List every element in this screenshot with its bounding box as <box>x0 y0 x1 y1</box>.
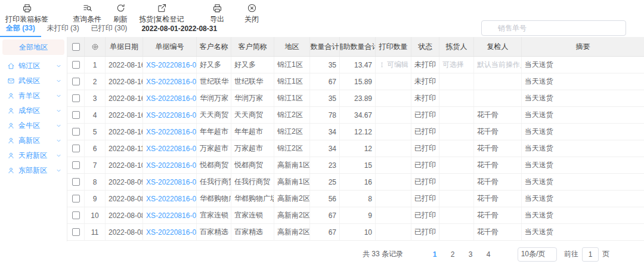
toolbar-print-box-label[interactable]: 打印装箱标签 <box>1 3 52 24</box>
cell-print-qty[interactable] <box>376 124 411 140</box>
row-checkbox[interactable] <box>72 211 80 219</box>
region-filter-dropdown[interactable]: 全部地区 <box>2 39 64 55</box>
cell-picker[interactable] <box>439 124 474 140</box>
page-number-3[interactable]: 3 <box>464 248 477 261</box>
cell-rechecker[interactable] <box>474 73 522 90</box>
cell-rechecker[interactable] <box>474 90 522 106</box>
cell-rechecker[interactable]: 花千骨 <box>474 191 522 207</box>
cell-rechecker[interactable]: 花千骨 <box>474 140 522 156</box>
region-label: 成华区 <box>18 106 55 116</box>
page-number-2[interactable]: 2 <box>446 248 459 261</box>
cell-qty: 67 <box>310 207 340 223</box>
order-no-link[interactable]: XS-20220816-000011 <box>146 178 197 186</box>
search-box[interactable] <box>481 20 626 36</box>
cell-print-qty[interactable]: 可编辑 <box>376 57 411 73</box>
cell-picker[interactable] <box>439 73 474 90</box>
row-checkbox[interactable] <box>72 145 80 152</box>
order-no-link[interactable]: XS-20220816-000008 <box>146 228 197 237</box>
cell-picker[interactable] <box>439 90 474 106</box>
cell-print-qty[interactable] <box>376 140 411 156</box>
sidebar-item-region[interactable]: 成华区 <box>0 103 67 118</box>
cell-rechecker[interactable]: 花千骨 <box>474 207 522 223</box>
cell-picker[interactable] <box>439 107 474 123</box>
toolbar-pick-recheck-register[interactable]: 拣货|复检登记 <box>134 3 190 24</box>
cell-print-qty[interactable] <box>376 191 411 207</box>
sidebar-item-region[interactable]: 东部新区 <box>0 163 67 178</box>
order-no-link[interactable]: XS-20220816-000012 <box>146 161 197 170</box>
order-no-link[interactable]: XS-20220816-000016 <box>146 94 197 103</box>
order-no-link[interactable]: XS-20220816-000009 <box>146 211 197 220</box>
cell-picker[interactable] <box>439 191 474 207</box>
sidebar-item-region[interactable]: 青羊区 <box>0 88 67 103</box>
row-checkbox[interactable] <box>72 78 80 85</box>
column-settings-cell <box>85 37 106 56</box>
cell-print-qty[interactable] <box>376 157 411 173</box>
page-number-4[interactable]: 4 <box>482 248 495 261</box>
cell-summary: 当天送货 <box>522 191 644 207</box>
status-tabs: 全部 (33)未打印 (3)已打印 (30) <box>0 23 133 37</box>
tab-unprinted[interactable]: 未打印 (3) <box>41 23 85 37</box>
row-checkbox[interactable] <box>72 178 80 186</box>
cell-print-qty[interactable] <box>376 73 411 90</box>
row-checkbox[interactable] <box>72 61 80 69</box>
toolbar-export[interactable]: 导出 <box>204 3 230 24</box>
cell-rechecker[interactable]: 花千骨 <box>474 224 522 240</box>
cell-picker[interactable] <box>439 224 474 240</box>
toolbar-query-conditions[interactable]: 查询条件 <box>68 3 106 24</box>
cell-order-no: XS-20220816-000013 <box>143 140 197 156</box>
order-no-link[interactable]: XS-20220816-000014 <box>146 128 197 136</box>
order-no-link[interactable]: XS-20220816-000013 <box>146 145 197 153</box>
prev-page-button[interactable] <box>413 248 426 261</box>
order-no-link[interactable]: XS-20220816-000017 <box>146 78 197 86</box>
order-no-link[interactable]: XS-20220816-000010 <box>146 195 197 203</box>
page-size-select[interactable]: 10条/页 <box>518 247 557 262</box>
select-all-checkbox[interactable] <box>72 43 80 51</box>
toolbar-close[interactable]: 关闭 <box>239 3 265 24</box>
sidebar-item-region[interactable]: 天府新区 <box>0 148 67 163</box>
cell-print-qty[interactable] <box>376 90 411 106</box>
order-no-link[interactable]: XS-20220816-000015 <box>146 111 197 119</box>
row-checkbox[interactable] <box>72 111 80 119</box>
tab-printed[interactable]: 已打印 (30) <box>85 23 134 37</box>
chevron-down-icon <box>55 122 62 129</box>
user-icon <box>7 92 15 100</box>
goto-page-input[interactable] <box>582 247 599 262</box>
row-checkbox[interactable] <box>72 94 80 102</box>
cell-picker[interactable] <box>439 157 474 173</box>
cell-rechecker[interactable]: 默认当前操作员 <box>474 57 522 73</box>
cell-rechecker[interactable]: 花千骨 <box>474 174 522 190</box>
next-page-button[interactable] <box>497 248 510 261</box>
row-checkbox[interactable] <box>72 161 80 169</box>
cell-picker[interactable] <box>439 174 474 190</box>
cell-index: 11 <box>85 224 106 240</box>
sidebar-item-region[interactable]: 锦江区 <box>0 59 67 73</box>
cell-qty: 35 <box>310 90 340 106</box>
sidebar-item-region[interactable]: 武侯区 <box>0 73 67 88</box>
row-checkbox[interactable] <box>72 128 80 136</box>
cell-aux-qty: 15 <box>340 157 376 173</box>
cell-picker[interactable] <box>439 207 474 223</box>
search-input[interactable] <box>498 24 621 32</box>
row-select-cell <box>67 157 85 173</box>
col-header-picker: 拣货人 <box>439 37 474 56</box>
cell-picker[interactable]: 可选择 <box>439 57 474 73</box>
sidebar-item-region[interactable]: 金牛区 <box>0 118 67 133</box>
cell-rechecker[interactable]: 花千骨 <box>474 124 522 140</box>
cell-rechecker[interactable]: 花千骨 <box>474 157 522 173</box>
cell-rechecker[interactable]: 花千骨 <box>474 107 522 123</box>
sidebar-item-region[interactable]: 高新区 <box>0 133 67 148</box>
toolbar-refresh[interactable]: 刷新 <box>109 3 132 24</box>
order-no-link[interactable]: XS-20220816-000018 <box>146 61 197 69</box>
cell-print-qty[interactable] <box>376 174 411 190</box>
cell-print-qty[interactable] <box>376 107 411 123</box>
cell-order-no: XS-20220816-000015 <box>143 107 197 123</box>
row-checkbox[interactable] <box>72 195 80 202</box>
cell-status: 已打印 <box>411 224 439 240</box>
cell-print-qty[interactable] <box>376 207 411 223</box>
cell-qty: 34 <box>310 140 340 156</box>
tab-all[interactable]: 全部 (33) <box>0 23 41 37</box>
row-checkbox[interactable] <box>72 228 80 236</box>
page-number-1[interactable]: 1 <box>428 248 441 261</box>
cell-picker[interactable] <box>439 140 474 156</box>
cell-print-qty[interactable] <box>376 224 411 240</box>
